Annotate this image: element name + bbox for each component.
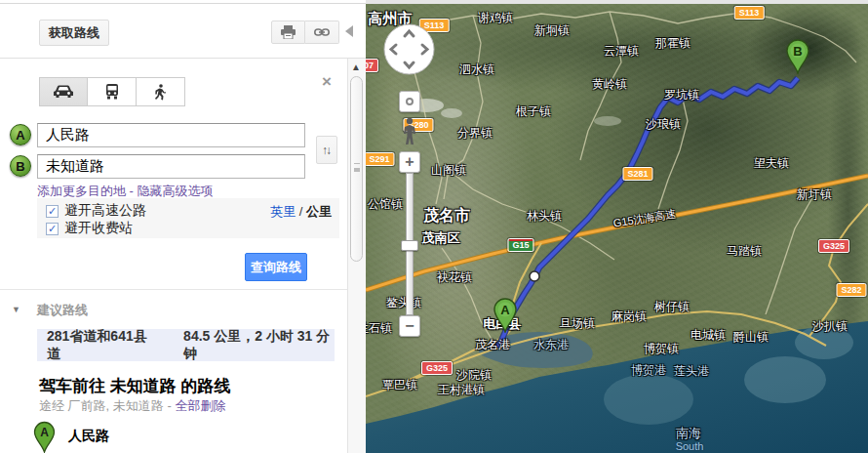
zoom-slider-handle[interactable] [401, 240, 418, 251]
share-link-button[interactable] [305, 21, 339, 44]
pegman-dock-dot-icon [406, 98, 414, 105]
collapse-suggested-icon[interactable]: ▼ [12, 305, 20, 314]
directions-via: 途经 厂前路, 未知道路 - 全部删除 [39, 397, 225, 415]
map-label: 麻岗镇 [612, 309, 647, 325]
waypoint-b-badge: B [10, 155, 31, 177]
map-label: 覃巴镇 [382, 377, 417, 393]
google-maps-directions-page: 获取路线 × [0, 0, 868, 453]
suggested-routes-title: 建议路线 [37, 302, 88, 319]
green-pin-icon: A [32, 421, 57, 453]
map-label: G15沈海高速 [612, 207, 677, 231]
map-label: 马踏镇 [727, 243, 762, 260]
map-label: 茂名市 [423, 206, 470, 226]
svg-text:A: A [500, 303, 510, 317]
map-label: South [676, 440, 704, 452]
map-label: 鳌头镇 [386, 295, 421, 311]
map-label: 茂名港 [475, 337, 510, 353]
print-button[interactable] [271, 21, 305, 44]
unit-separator: / [296, 204, 306, 219]
delete-all-link[interactable]: 全部删除 [175, 398, 225, 413]
marker-b[interactable]: B [785, 39, 811, 78]
scrollbar-thumb[interactable] [350, 76, 363, 262]
map-label: 电城镇 [690, 327, 726, 344]
get-directions-button[interactable]: 获取路线 [39, 20, 109, 46]
zoom-out-button[interactable]: − [399, 315, 420, 337]
zoom-in-button[interactable]: + [399, 151, 420, 173]
map-label: 黄岭镇 [592, 76, 627, 93]
via-text: 途经 厂前路, 未知道路 - [39, 398, 175, 413]
map-label: 罗坑镇 [664, 87, 699, 103]
scrollbar-grip [354, 163, 360, 168]
miles-link[interactable]: 英里 [270, 204, 296, 219]
mode-tab-transit[interactable] [88, 77, 137, 106]
directions-sidebar: 获取路线 × [0, 0, 366, 453]
map-label: 爵山镇 [733, 329, 769, 346]
map-label: 水东港 [533, 337, 569, 353]
map-label: 山阁镇 [431, 162, 466, 179]
avoid-highways-checkbox[interactable]: ✓ [46, 205, 59, 218]
kilometers-label[interactable]: 公里 [306, 204, 332, 219]
map-label: 望夫镇 [754, 155, 789, 172]
close-icon[interactable]: × [322, 72, 332, 92]
directions-heading: 驾车前往 未知道路 的路线 [39, 375, 230, 397]
map-label: 博贺镇 [644, 341, 679, 357]
map-label: 云潭镇 [604, 43, 639, 60]
map-label: 林头镇 [527, 208, 562, 225]
swap-waypoints-button[interactable]: ↑↓ [316, 136, 337, 164]
map-label: 新垌镇 [534, 22, 570, 39]
print-link-group [271, 21, 339, 44]
travel-mode-tabs [39, 77, 185, 106]
header-divider [0, 58, 366, 59]
map-label: 沙扒镇 [812, 318, 848, 335]
map-label: 博贺港 [631, 362, 666, 379]
step-a-name: 人民路 [68, 428, 109, 445]
avoid-tolls-checkbox[interactable]: ✓ [46, 223, 59, 235]
map-label: 谢鸡镇 [478, 10, 513, 26]
hide-advanced-link[interactable]: 隐藏高级选项 [138, 184, 214, 198]
destination-input[interactable] [37, 154, 305, 179]
map-label: 公馆镇 [368, 196, 403, 213]
map-label: 袂花镇 [437, 269, 472, 286]
svg-text:B: B [793, 44, 802, 59]
avoid-tolls-label: 避开收费站 [64, 220, 133, 237]
map-label: 树仔镇 [654, 299, 690, 315]
map-label: 那霍镇 [655, 35, 690, 52]
route-options-box: ✓ 避开高速公路 ✓ 避开收费站 英里 / 公里 [37, 198, 339, 238]
route-stats: 84.5 公里，2 小时 31 分钟 [183, 328, 335, 363]
mode-tab-walking[interactable] [137, 77, 185, 106]
sidebar-scrollbar[interactable]: ▲ [347, 59, 366, 453]
pan-control[interactable] [383, 23, 435, 75]
waypoint-a-badge: A [10, 124, 31, 145]
marker-a[interactable]: A [493, 298, 519, 337]
step-a-pin: A [32, 421, 57, 453]
car-icon [53, 85, 74, 99]
scrollbar-up-icon[interactable]: ▲ [351, 62, 361, 72]
map-label: 兰石镇 [366, 320, 392, 337]
link-icon [314, 27, 330, 37]
map-label: 新圩镇 [797, 186, 832, 203]
add-destination-link[interactable]: 添加更多目的地 [37, 184, 126, 198]
map-label: 王村港镇 [438, 382, 485, 398]
pegman-icon[interactable] [401, 117, 418, 150]
map-label: 莲头港 [674, 363, 709, 380]
collapse-panel-icon[interactable] [345, 25, 353, 37]
origin-input[interactable] [37, 123, 305, 147]
pegman-dock[interactable] [399, 91, 420, 112]
link-separator: - [126, 184, 138, 198]
map[interactable]: S113S11307S280S291S281G15G325G325S282 高州… [366, 0, 868, 453]
section-divider [0, 289, 347, 290]
svg-text:A: A [40, 426, 49, 439]
search-route-button[interactable]: 查询路线 [245, 253, 307, 281]
top-divider [0, 3, 366, 4]
map-label: 旦场镇 [560, 315, 595, 332]
map-label: 茂南区 [422, 229, 460, 247]
map-label: 泗水镇 [459, 62, 494, 78]
pedestrian-icon [155, 84, 166, 101]
avoid-highways-label: 避开高速公路 [64, 202, 146, 220]
print-icon [281, 25, 296, 39]
map-label: 根子镇 [516, 103, 551, 120]
map-label: 沙琅镇 [646, 116, 681, 133]
suggested-route-row[interactable]: 281省道和641县道 84.5 公里，2 小时 31 分钟 [37, 329, 335, 361]
bus-icon [105, 84, 119, 100]
mode-tab-driving[interactable] [39, 77, 88, 106]
